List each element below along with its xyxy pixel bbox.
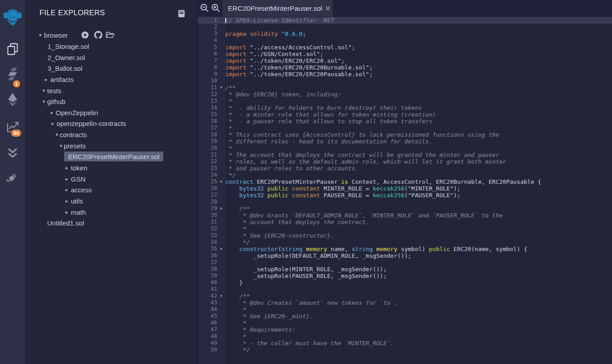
code-line-46[interactable]: 46 *: [198, 320, 612, 326]
code-line-38[interactable]: 38 _setupRole(MINTER_ROLE, _msgSender())…: [198, 266, 612, 273]
code-line-43[interactable]: 43 * @dev Creates `amount` new tokens fo…: [198, 299, 612, 306]
code-line-28[interactable]: 28: [198, 199, 612, 205]
tree-item-access[interactable]: ▸access: [26, 184, 197, 195]
code-line-26[interactable]: 26 bytes32 public constant MINTER_ROLE =…: [198, 185, 612, 192]
fold-arrow-icon[interactable]: ▼: [217, 84, 225, 91]
code-line-4[interactable]: 4: [198, 37, 612, 44]
code-line-15[interactable]: 15 * - a minter role that allows for tok…: [198, 111, 612, 118]
code-line-17[interactable]: 17 *: [198, 125, 612, 131]
code-line-32[interactable]: 32 *: [198, 225, 612, 232]
code-line-40[interactable]: 40 }: [198, 279, 612, 286]
code-line-18[interactable]: 18 * This contract uses {AccessControl} …: [198, 131, 612, 138]
chevron-down-icon[interactable]: ▾: [39, 33, 42, 38]
code-line-21[interactable]: 21 * The account that deploys the contra…: [198, 152, 612, 158]
code-line-6[interactable]: 6import "../GSN/Context.sol";: [198, 51, 612, 57]
add-file-icon[interactable]: [81, 31, 89, 39]
tree-item-math[interactable]: ▸math: [26, 206, 197, 217]
open-folder-icon[interactable]: [106, 32, 114, 39]
fold-arrow-icon[interactable]: ▼: [217, 178, 225, 185]
chevron-down-icon[interactable]: ▾: [56, 132, 58, 137]
code-line-7[interactable]: 7import "../token/ERC20/ERC20.sol";: [198, 57, 612, 64]
tree-item-browser[interactable]: ▾browser: [26, 30, 197, 41]
tree-item-openzeppelin-contracts[interactable]: ▸openzeppelin-contracts: [26, 118, 197, 129]
tree-item-gsn[interactable]: ▸GSN: [26, 173, 197, 184]
chevron-down-icon[interactable]: ▾: [60, 143, 62, 148]
tree-item-github[interactable]: ▾github: [26, 96, 197, 107]
code-line-48[interactable]: 48 *: [198, 333, 612, 340]
code-line-27[interactable]: 27 bytes32 public constant PAUSER_ROLE =…: [198, 192, 612, 199]
zoom-out-icon[interactable]: [200, 3, 210, 13]
code-line-39[interactable]: 39 _setupRole(PAUSER_ROLE, _msgSender())…: [198, 273, 612, 279]
tree-item-2-owner-sol[interactable]: 2_Owner.sol: [26, 52, 197, 63]
tree-item-contracts[interactable]: ▾contracts: [26, 129, 197, 140]
code-line-8[interactable]: 8import "../token/ERC20/ERC20Burnable.so…: [198, 64, 612, 71]
sidebar-item-unit-testing[interactable]: [0, 147, 25, 159]
chevron-down-icon[interactable]: ▾: [43, 88, 45, 93]
remix-logo[interactable]: [0, 7, 25, 28]
code-line-30[interactable]: 30 * @dev Grants `DEFAULT_ADMIN_ROLE`, `…: [198, 212, 612, 219]
code-area[interactable]: 1// SPDX-License-Identifier: MIT23pragma…: [198, 17, 612, 364]
code-line-29[interactable]: 29▼ /**: [198, 205, 612, 212]
code-line-50[interactable]: 50 */: [198, 347, 612, 353]
code-line-22[interactable]: 22 * roles, as well as the default admin…: [198, 158, 612, 165]
zoom-in-icon[interactable]: [211, 3, 221, 13]
chevron-right-icon[interactable]: ▸: [66, 198, 68, 203]
code-line-1[interactable]: 1// SPDX-License-Identifier: MIT: [198, 17, 612, 24]
code-line-5[interactable]: 5import "../access/AccessControl.sol";: [198, 44, 612, 51]
code-line-41[interactable]: 41: [198, 286, 612, 293]
chevron-right-icon[interactable]: ▸: [66, 209, 68, 214]
tree-item-presets[interactable]: ▾presets: [26, 140, 197, 151]
code-line-37[interactable]: 37: [198, 259, 612, 266]
tree-item-token[interactable]: ▸token: [26, 162, 197, 173]
sidebar-item-solidity-compiler[interactable]: [0, 67, 25, 81]
sidebar-item-deploy-and-run[interactable]: [0, 92, 25, 107]
tree-item-3-ballot-sol[interactable]: 3_Ballot.sol: [26, 63, 197, 74]
chevron-right-icon[interactable]: ▸: [66, 187, 68, 192]
chevron-right-icon[interactable]: ▸: [66, 176, 68, 181]
code-line-3[interactable]: 3pragma solidity ^0.6.0;: [198, 30, 612, 37]
changelog-book-icon[interactable]: [178, 10, 185, 19]
github-import-icon[interactable]: [94, 31, 102, 39]
tree-item-utils[interactable]: ▸utils: [26, 195, 197, 207]
chevron-right-icon[interactable]: ▸: [66, 165, 68, 170]
tree-item-1-storage-sol[interactable]: 1_Storage.sol: [26, 41, 197, 52]
code-line-23[interactable]: 23 * and pauser roles to other accounts.: [198, 165, 612, 172]
code-line-36[interactable]: 36 _setupRole(DEFAULT_ADMIN_ROLE, _msgSe…: [198, 252, 612, 259]
sidebar-item-file-explorer[interactable]: [0, 42, 25, 56]
code-line-47[interactable]: 47 * Requirements:: [198, 326, 612, 333]
code-line-49[interactable]: 49 * - the caller must have the `MINTER_…: [198, 340, 612, 347]
code-line-45[interactable]: 45 * See {ERC20-_mint}.: [198, 313, 612, 320]
code-line-9[interactable]: 9import "../token/ERC20/ERC20Pausable.so…: [198, 71, 612, 78]
fold-arrow-icon[interactable]: ▼: [217, 293, 225, 299]
tree-item-artifacts[interactable]: ▸artifacts: [26, 74, 197, 85]
code-line-25[interactable]: 25▼contract ERC20PresetMinterPauser is C…: [198, 178, 612, 185]
code-line-24[interactable]: 24 */: [198, 172, 612, 178]
tree-item-untitled1-sol[interactable]: Untitled1.sol: [26, 217, 197, 229]
code-line-20[interactable]: 20 *: [198, 145, 612, 152]
chevron-right-icon[interactable]: ▸: [52, 121, 54, 126]
code-line-14[interactable]: 14 * - ability for holders to burn (dest…: [198, 104, 612, 111]
code-line-42[interactable]: 42▼ /**: [198, 293, 612, 299]
code-line-12[interactable]: 12 * @dev {ERC20} token, including:: [198, 91, 612, 98]
tree-item-openzeppelin[interactable]: ▸OpenZeppelin: [26, 107, 197, 118]
fold-arrow-icon[interactable]: ▼: [217, 246, 225, 252]
editor-tab[interactable]: ERC20PresetMinterPauser.sol ✕: [223, 0, 333, 17]
tree-item-erc20presetminterpauser-sol[interactable]: ERC20PresetMinterPauser.sol: [26, 151, 197, 162]
code-line-10[interactable]: 10: [198, 78, 612, 84]
code-line-16[interactable]: 16 * - a pauser role that allows to stop…: [198, 118, 612, 125]
tree-item-tests[interactable]: ▾tests: [26, 85, 197, 96]
chevron-right-icon[interactable]: ▸: [51, 110, 53, 115]
code-line-31[interactable]: 31 * account that deploys the contract.: [198, 219, 612, 225]
code-line-13[interactable]: 13 *: [198, 98, 612, 104]
chevron-down-icon[interactable]: ▾: [43, 99, 45, 104]
code-line-19[interactable]: 19 * different roles - head to its docum…: [198, 138, 612, 145]
code-line-11[interactable]: 11▼/**: [198, 84, 612, 91]
fold-arrow-icon[interactable]: ▼: [217, 205, 225, 212]
sidebar-item-plugin-manager[interactable]: [0, 171, 25, 186]
chevron-right-icon[interactable]: ▸: [45, 77, 48, 82]
code-line-2[interactable]: 2: [198, 24, 612, 30]
code-line-33[interactable]: 33 * See {ERC20-constructor}.: [198, 232, 612, 239]
code-line-34[interactable]: 34 */: [198, 239, 612, 246]
code-line-35[interactable]: 35▼ constructor(string memory name, stri…: [198, 246, 612, 252]
tab-close-icon[interactable]: ✕: [325, 4, 331, 13]
